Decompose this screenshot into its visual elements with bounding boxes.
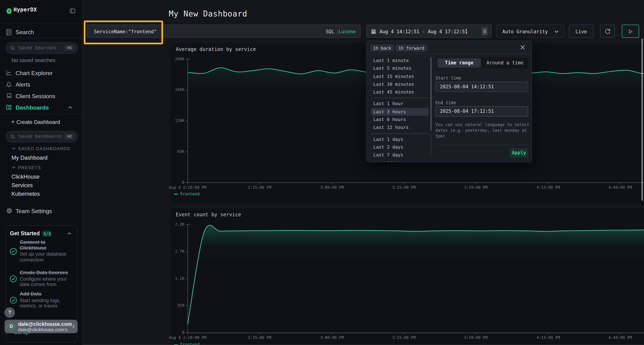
preset-link-services[interactable]: Services [0,181,82,190]
plus-icon: + [11,118,15,125]
help-button[interactable]: ? [4,308,15,318]
dashboard-link-my-dashboard[interactable]: My Dashboard [0,154,82,162]
svg-text:130K: 130K [175,118,184,123]
chevron-up-icon[interactable] [68,232,72,235]
sidebar-item-chart-explorer[interactable]: Chart Explorer [0,67,82,79]
time-range-option[interactable]: Last 15 minutes [371,72,429,80]
shift-back-button[interactable]: 1h back [370,44,394,52]
user-org: dale@clickhouse.com's [18,327,67,332]
sidebar-item-team-settings[interactable]: Team Settings [0,205,82,217]
scrollbar-thumb[interactable] [430,57,432,130]
app-root: HyperDX Search Saved Searches [0,0,644,345]
shortcut-badge: ⌘K [64,45,75,51]
search-icon [10,45,15,50]
query-text: ServiceName:"frontend" [94,29,157,34]
search-icon [10,134,15,139]
sidebar-item-alerts[interactable]: Alerts [0,79,82,90]
chevron-right-icon [72,324,75,328]
time-range-option[interactable]: Last 3 hours [371,108,429,116]
window-bottom-edge [82,344,644,345]
get-started-item[interactable]: Add DataStart sending logs, metrics, or … [10,291,71,309]
svg-text:2:35:00 PM: 2:35:00 PM [248,185,271,190]
chevron-down-icon [12,147,16,150]
svg-text:1.7K: 1.7K [175,249,184,254]
get-started-item[interactable]: Create Data SourcesConfigure where your … [10,270,71,288]
gear-icon [6,208,12,214]
time-range-input[interactable]: Aug 4 14:12:51 - Aug 4 17:12:51 d [366,25,492,38]
time-range-option[interactable]: Last 1 minute [371,57,429,64]
time-range-option[interactable]: Last 1 days [371,135,429,143]
sidebar-item-client-sessions[interactable]: Client Sessions [0,90,82,102]
user-email: dale@clickhouse.com [18,322,72,327]
section-header-label: PRESETS [18,165,41,170]
presets-section-header[interactable]: PRESETS [0,164,82,171]
svg-text:3:50:00 PM: 3:50:00 PM [464,185,488,190]
sidebar-item-label: Team Settings [16,208,52,214]
sidebar-item-label: Client Sessions [16,93,55,99]
sidebar-item-label: Search [16,29,34,35]
text-caret [466,29,466,34]
check-circle-icon [10,297,17,304]
svg-text:0: 0 [182,330,184,335]
sidebar: HyperDX Search Saved Searches [0,0,82,345]
chevron-down-icon [554,30,558,33]
divider [0,114,82,114]
time-range-option[interactable]: Last 30 minutes [371,80,429,88]
time-range-option[interactable]: Last 2 days [371,143,429,151]
preset-link-kubernetes[interactable]: Kubernetes [0,190,82,198]
avatar: D [7,322,16,331]
collapse-sidebar-icon[interactable] [70,8,75,13]
get-started-item[interactable]: Connect to ClickHouseSet up your databas… [10,240,71,263]
time-range-option[interactable]: Last 45 minutes [371,88,429,96]
page-title: My New Dashboard [169,9,248,18]
create-dashboard-button[interactable]: + Create Dashboard [0,118,82,127]
laptop-icon [6,93,12,98]
lucene-toggle[interactable]: Lucene [339,29,356,34]
svg-text:3:25:00 PM: 3:25:00 PM [392,335,416,340]
hyperdx-logo-icon [6,8,12,14]
time-range-option[interactable]: Last 12 hours [371,124,429,132]
page-scrollbar-thumb[interactable] [642,39,643,201]
svg-text:195K: 195K [175,87,184,92]
saved-dashboards-section-header[interactable]: SAVED DASHBOARDS [0,145,82,152]
user-menu[interactable]: D dale@clickhouse.com dale@clickhouse.co… [4,320,78,333]
time-range-option[interactable]: Last 1 hour [371,100,429,108]
journal-search-icon [6,29,12,35]
tab-around-a-time[interactable]: Around a time [483,58,527,68]
get-started-item-subtitle: Set up your database connection [20,252,70,263]
svg-text:4:15:00 PM: 4:15:00 PM [537,185,560,190]
time-range-option[interactable]: Last 14 days [371,159,429,162]
divider [371,133,429,134]
svg-text:4:15:00 PM: 4:15:00 PM [537,335,560,340]
shift-forward-button[interactable]: 1h forward [396,44,427,52]
granularity-select[interactable]: Auto Granularity [496,25,564,38]
refresh-button[interactable] [600,25,615,38]
live-label: Live [569,29,593,34]
link-label: Services [12,182,33,188]
chart-legend[interactable]: frontend [174,192,200,196]
time-range-option[interactable]: Last 6 hours [371,116,429,124]
saved-dashboards-input[interactable]: Saved Dashboards ⌘K [6,131,78,142]
close-icon[interactable] [520,45,525,50]
sidebar-item-dashboards[interactable]: Dashboards [0,102,82,113]
get-started-item-subtitle: Configure where your data comes from [20,276,70,288]
run-query-button[interactable] [622,25,639,38]
start-time-input[interactable]: 2025-08-04 14:12:51 [436,82,528,92]
chevron-down-icon [12,166,16,169]
get-started-item-title: Add Data [20,291,70,297]
sidebar-item-search[interactable]: Search [0,26,82,38]
get-started-title: Get Started [10,230,40,236]
refresh-icon [605,28,611,34]
apply-button[interactable]: Apply [510,148,528,158]
time-range-value: Aug 4 14:12:51 - Aug 4 17:12:51 [380,29,468,34]
time-range-option[interactable]: Last 5 minutes [371,64,429,72]
tab-time-range[interactable]: Time range [438,58,481,68]
end-time-input[interactable]: 2025-08-04 17:12:51 [436,106,528,117]
sql-toggle[interactable]: SQL [326,29,334,34]
search-query-input[interactable]: ServiceName:"frontend" SQL | Lucene [86,25,360,38]
get-started-item-subtitle: Start sending logs, metrics, or traces [20,298,70,309]
live-button[interactable]: Live [569,25,594,38]
saved-searches-input[interactable]: Saved Searches ⌘K [6,42,78,54]
preset-link-clickhouse[interactable]: ClickHouse [0,172,82,181]
time-range-option[interactable]: Last 7 days [371,151,429,159]
